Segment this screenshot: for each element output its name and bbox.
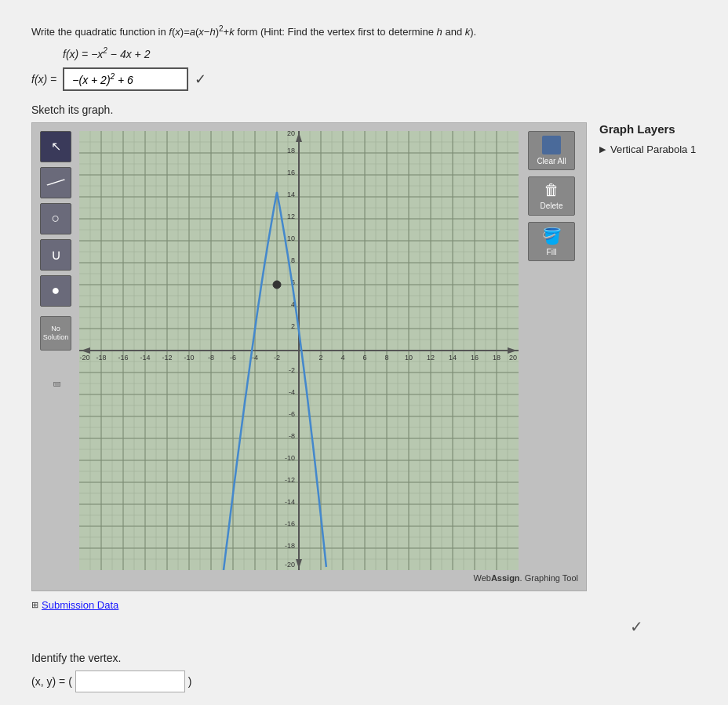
fill-button[interactable]: 🪣 Fill xyxy=(528,222,575,261)
no-solution-label: NoSolution xyxy=(43,325,69,342)
svg-text:20: 20 xyxy=(287,131,295,137)
toolbar: ↖ ╱ ○ ∪ ● NoSolutio xyxy=(40,131,75,387)
svg-text:6: 6 xyxy=(362,354,366,362)
cursor-tool-button[interactable]: ↖ xyxy=(40,131,71,162)
vertex-label: (x, y) = xyxy=(31,675,65,688)
svg-text:-12: -12 xyxy=(285,476,295,484)
svg-text:-6: -6 xyxy=(289,410,295,418)
svg-text:14: 14 xyxy=(287,191,295,198)
svg-text:12: 12 xyxy=(287,213,295,220)
svg-text:-20: -20 xyxy=(285,561,295,569)
graph-panel: ↖ ╱ ○ ∪ ● NoSolutio xyxy=(31,122,587,591)
graph-layer-item[interactable]: ▶ Vertical Parabola 1 xyxy=(599,144,697,155)
vertex-input[interactable] xyxy=(75,670,185,692)
check-icon: ✓ xyxy=(195,71,206,88)
answer-row: f(x) = −(x + 2)2 + 6 ✓ xyxy=(31,67,697,91)
svg-text:-2: -2 xyxy=(274,354,280,362)
given-function: f(x) = −x2 − 4x + 2 xyxy=(63,46,697,60)
svg-text:8: 8 xyxy=(384,354,388,362)
svg-text:16: 16 xyxy=(287,169,295,176)
clear-all-icon xyxy=(542,136,561,154)
answer-label: f(x) = xyxy=(31,73,56,85)
svg-text:-16: -16 xyxy=(118,354,128,362)
svg-text:-8: -8 xyxy=(289,432,295,440)
dot-tool-button[interactable]: ● xyxy=(40,275,71,307)
svg-text:-4: -4 xyxy=(289,388,295,396)
graph-layers-panel: Graph Layers ▶ Vertical Parabola 1 xyxy=(599,122,697,155)
svg-text:20: 20 xyxy=(509,354,517,362)
delete-button[interactable]: 🗑 Delete xyxy=(528,176,575,216)
fill-label: Fill xyxy=(547,248,557,256)
svg-text:-2: -2 xyxy=(289,366,295,374)
graph-layer-label: Vertical Parabola 1 xyxy=(610,144,696,155)
svg-text:2: 2 xyxy=(318,354,322,362)
svg-text:-10: -10 xyxy=(285,454,295,462)
parabola-tool-button[interactable]: ∪ xyxy=(40,239,71,271)
webassign-text: WebAssign xyxy=(473,573,519,583)
line-icon: ╱ xyxy=(46,173,64,191)
page-container: Write the quadratic function in f(x)=a(x… xyxy=(16,16,712,700)
svg-text:-10: -10 xyxy=(184,354,194,362)
svg-text:16: 16 xyxy=(471,354,479,362)
vertex-dot xyxy=(273,281,281,289)
svg-text:18: 18 xyxy=(287,147,295,154)
identify-vertex-section: Identify the vertex. (x, y) = ( ) xyxy=(31,652,697,692)
dot-icon: ● xyxy=(52,282,60,299)
parabola-icon: ∪ xyxy=(51,246,61,263)
svg-text:10: 10 xyxy=(287,234,295,242)
paren-close: ) xyxy=(188,675,192,688)
graph-icon-label: 🖴 xyxy=(40,379,75,387)
svg-text:2: 2 xyxy=(291,322,295,330)
sketch-label: Sketch its graph. xyxy=(31,104,697,116)
svg-text:-4: -4 xyxy=(252,354,258,362)
paren-open: ( xyxy=(68,675,72,688)
grid-svg: -2 -4 -6 -8 -10 -12 -14 -16 -18 2 4 6 xyxy=(79,131,519,570)
graphing-tool-text: . Graphing Tool xyxy=(520,573,578,583)
clear-all-label: Clear All xyxy=(537,157,566,165)
svg-text:-18: -18 xyxy=(285,542,295,550)
line-tool-button[interactable]: ╱ xyxy=(40,167,71,198)
svg-text:12: 12 xyxy=(427,354,435,362)
outer-wrapper: ↖ ╱ ○ ∪ ● NoSolutio xyxy=(31,122,697,591)
cursor-icon: ↖ xyxy=(51,139,61,154)
svg-text:14: 14 xyxy=(449,354,457,362)
circle-tool-button[interactable]: ○ xyxy=(40,203,71,234)
fill-icon: 🪣 xyxy=(542,227,562,245)
vertex-input-row: (x, y) = ( ) xyxy=(31,670,697,692)
circle-icon: ○ xyxy=(52,210,60,227)
webassign-label: WebAssign. Graphing Tool xyxy=(40,573,578,583)
svg-text:8: 8 xyxy=(291,256,295,264)
svg-text:-18: -18 xyxy=(96,354,106,362)
svg-text:10: 10 xyxy=(405,354,413,362)
submission-data-link[interactable]: Submission Data xyxy=(42,599,118,611)
answer-box: −(x + 2)2 + 6 xyxy=(63,67,188,91)
svg-text:-6: -6 xyxy=(230,354,236,362)
graph-canvas[interactable]: -2 -4 -6 -8 -10 -12 -14 -16 -18 2 4 6 xyxy=(79,131,519,570)
svg-text:-8: -8 xyxy=(208,354,214,362)
trash-icon: 🗑 xyxy=(544,181,559,199)
svg-text:-12: -12 xyxy=(162,354,172,362)
clear-all-button[interactable]: Clear All xyxy=(528,131,575,170)
page-check: ✓ xyxy=(31,617,643,636)
identify-vertex-label: Identify the vertex. xyxy=(31,652,697,664)
submission-data-row: ⊞ Submission Data xyxy=(31,599,697,611)
layer-arrow-icon: ▶ xyxy=(599,144,606,154)
no-solution-button[interactable]: NoSolution xyxy=(40,316,71,351)
svg-text:-20: -20 xyxy=(79,354,89,362)
graph-with-side: ↖ ╱ ○ ∪ ● NoSolutio xyxy=(40,131,578,570)
svg-text:-16: -16 xyxy=(285,520,295,528)
expand-icon: ⊞ xyxy=(31,600,38,610)
svg-text:18: 18 xyxy=(493,354,500,362)
svg-text:-14: -14 xyxy=(285,498,295,506)
side-controls: Clear All 🗑 Delete 🪣 Fill xyxy=(525,131,578,261)
svg-text:4: 4 xyxy=(340,354,344,362)
delete-label: Delete xyxy=(541,202,563,210)
svg-text:-14: -14 xyxy=(140,354,150,362)
graph-layers-title: Graph Layers xyxy=(599,122,697,136)
problem-instruction: Write the quadratic function in f(x)=a(x… xyxy=(31,24,697,40)
